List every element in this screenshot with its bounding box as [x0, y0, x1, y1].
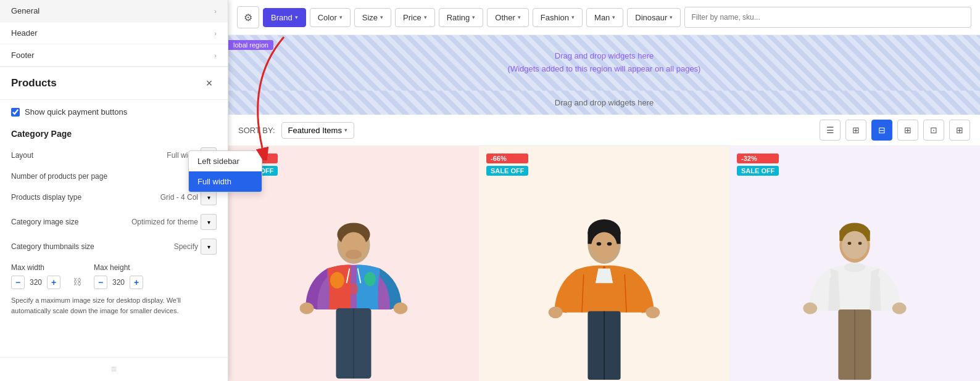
panel-content: Show quick payment buttons Category Page…	[0, 100, 228, 357]
chevron-right-icon: ›	[214, 30, 217, 37]
fashion-caret-icon: ▾	[571, 14, 575, 20]
sidebar-item-general[interactable]: General ›	[0, 0, 228, 22]
global-region-label: lobal region	[228, 40, 273, 50]
color-caret-icon: ▾	[339, 14, 343, 20]
svg-point-18	[597, 242, 602, 246]
sort-select[interactable]: Featured Items ▾	[281, 122, 354, 139]
option-left-sidebar[interactable]: Left sidebar	[189, 151, 262, 171]
max-height-stepper: − 320 +	[94, 276, 143, 289]
close-button[interactable]: ×	[202, 76, 217, 91]
discount-badge-3: -32%	[737, 154, 779, 163]
display-type-row: Products display type Grid - 4 Col ▾	[11, 189, 217, 205]
max-height-minus-btn[interactable]: −	[94, 276, 107, 289]
drag-handle-icon[interactable]: ≡	[111, 364, 117, 375]
chevron-right-icon: ›	[214, 7, 217, 15]
panel-title: Products	[11, 77, 57, 89]
chevron-right-icon: ›	[214, 52, 217, 59]
max-height-section: Max height − 320 +	[94, 263, 143, 289]
sort-view-bar: SORT BY: Featured Items ▾ ☰ ⊞ ⊟ ⊞ ⊡ ⊞	[228, 115, 980, 146]
category-image-size-row: Category image size Optimized for theme …	[11, 214, 217, 230]
quick-payment-label: Show quick payment buttons	[25, 107, 127, 117]
sidebar-item-footer[interactable]: Footer ›	[0, 44, 228, 67]
category-thumbnails-size-row: Category thumbnails size Specify ▾	[11, 239, 217, 255]
layout-label: Layout	[11, 151, 167, 160]
sale-badge-2: SALE OFF	[486, 166, 528, 176]
quick-payment-checkbox[interactable]	[11, 108, 20, 117]
category-image-size-label: Category image size	[11, 218, 131, 226]
view-grid4-btn[interactable]: ⊞	[897, 120, 918, 141]
option-full-width[interactable]: Full width	[189, 171, 262, 192]
sidebar-item-header[interactable]: Header ›	[0, 22, 228, 44]
svg-point-33	[803, 303, 817, 314]
product-image-1	[295, 215, 412, 381]
view-grid2-btn[interactable]: ⊞	[845, 120, 866, 141]
price-caret-icon: ▾	[424, 14, 427, 20]
dinosaur-filter-btn[interactable]: Dinosaur ▾	[627, 8, 681, 27]
size-caret-icon: ▾	[380, 14, 383, 20]
badge-group-3: -32% SALE OFF	[737, 154, 779, 176]
panel-footer: ≡	[0, 357, 228, 381]
panel-header: Products ×	[0, 67, 228, 100]
size-filter-btn[interactable]: Size ▾	[354, 8, 391, 27]
filter-bar: ⚙ Brand ▾ Color ▾ Size ▾ Price ▾ Rating …	[228, 0, 980, 35]
product-image-2	[546, 215, 663, 381]
sale-badge-3: SALE OFF	[737, 166, 779, 176]
svg-point-22	[549, 306, 563, 318]
svg-point-10	[300, 303, 314, 314]
product-card-2[interactable]: -66% SALE OFF	[479, 146, 729, 381]
filter-search-input[interactable]	[684, 7, 971, 28]
max-width-plus-btn[interactable]: +	[47, 276, 60, 289]
rating-caret-icon: ▾	[472, 14, 475, 20]
rating-filter-btn[interactable]: Rating ▾	[439, 8, 484, 27]
badge-group-2: -66% SALE OFF	[486, 154, 528, 176]
category-thumbnails-size-dropdown-btn[interactable]: ▾	[201, 239, 217, 255]
layout-dropdown-popup: Left sidebar Full width	[188, 150, 262, 192]
quick-payment-row: Show quick payment buttons	[11, 107, 217, 119]
section-title: Category Page	[11, 129, 217, 139]
max-width-minus-btn[interactable]: −	[11, 276, 25, 289]
view-list-btn[interactable]: ☰	[820, 120, 841, 141]
category-image-size-value: Optimized for theme	[131, 218, 198, 226]
svg-point-11	[394, 303, 408, 314]
max-height-plus-btn[interactable]: +	[130, 276, 143, 289]
brand-filter-btn[interactable]: Brand ▾	[263, 8, 306, 27]
svg-point-19	[607, 242, 612, 246]
svg-point-31	[858, 242, 862, 245]
man-filter-btn[interactable]: Man ▾	[586, 8, 623, 27]
category-image-size-select-row: Optimized for theme ▾	[131, 214, 217, 230]
svg-point-30	[848, 242, 852, 245]
product-card-1[interactable]: -10% SALE OFF	[228, 146, 479, 381]
content-area: ⚙ Brand ▾ Color ▾ Size ▾ Price ▾ Rating …	[228, 0, 980, 381]
display-type-value: Grid - 4 Col	[160, 193, 198, 202]
sort-caret-icon: ▾	[344, 127, 347, 133]
max-width-stepper: − 320 +	[11, 276, 60, 289]
svg-point-32	[844, 263, 865, 272]
dinosaur-caret-icon: ▾	[670, 14, 673, 20]
color-filter-btn[interactable]: Color ▾	[310, 8, 351, 27]
fashion-filter-btn[interactable]: Fashion ▾	[533, 8, 583, 27]
sort-label: SORT BY:	[238, 126, 275, 135]
filters-toggle-btn[interactable]: ⚙	[237, 6, 259, 28]
drag-area: Drag and drop widgets here	[228, 91, 980, 115]
other-caret-icon: ▾	[518, 14, 521, 20]
view-grid3-btn[interactable]: ⊟	[871, 120, 892, 141]
svg-point-23	[646, 306, 660, 318]
max-height-label: Max height	[94, 263, 143, 272]
products-per-page-row: Number of products per page 12	[11, 172, 217, 181]
price-filter-btn[interactable]: Price ▾	[395, 8, 435, 27]
max-width-section: Max width − 320 +	[11, 263, 60, 289]
link-icon-container: ⛓	[73, 263, 81, 289]
brand-caret-icon: ▾	[295, 14, 298, 20]
other-filter-btn[interactable]: Other ▾	[487, 8, 529, 27]
global-region-banner: lobal region Drag and drop widgets here …	[228, 35, 980, 91]
svg-point-4	[346, 250, 362, 259]
view-table-btn[interactable]: ⊞	[949, 120, 970, 141]
products-grid: -10% SALE OFF	[228, 146, 980, 381]
category-image-size-dropdown-btn[interactable]: ▾	[201, 214, 217, 230]
nav-menu: General › Header › Footer ›	[0, 0, 228, 67]
max-height-value: 320	[110, 278, 127, 287]
max-width-label: Max width	[11, 263, 60, 272]
link-icon[interactable]: ⛓	[73, 277, 81, 287]
product-card-3[interactable]: -32% SALE OFF	[729, 146, 980, 381]
view-grid5-btn[interactable]: ⊡	[923, 120, 944, 141]
